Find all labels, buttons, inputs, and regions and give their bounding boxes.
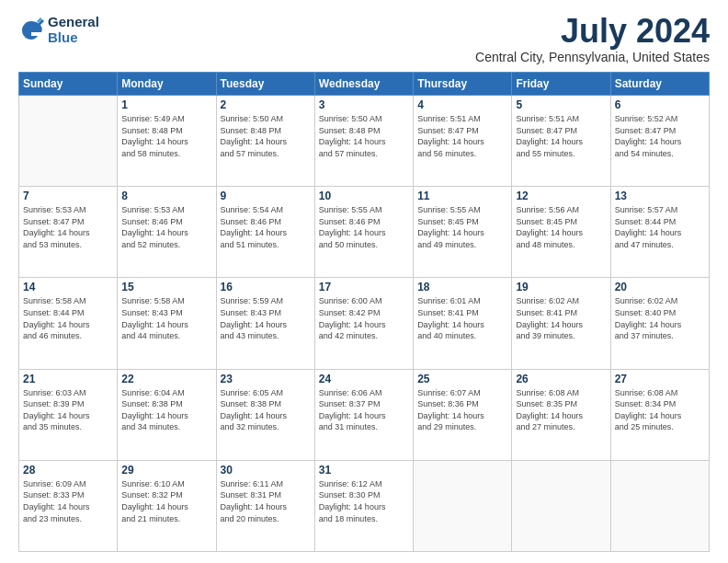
calendar-week-row: 21Sunrise: 6:03 AM Sunset: 8:39 PM Dayli… [19,369,710,460]
title-area: July 2024 Central City, Pennsylvania, Un… [475,15,710,64]
table-row: 31Sunrise: 6:12 AM Sunset: 8:30 PM Dayli… [314,460,413,551]
table-row: 20Sunrise: 6:02 AM Sunset: 8:40 PM Dayli… [610,278,709,369]
day-info: Sunrise: 6:10 AM Sunset: 8:32 PM Dayligh… [121,478,211,524]
table-row: 15Sunrise: 5:58 AM Sunset: 8:43 PM Dayli… [118,278,216,369]
day-number: 2 [221,98,311,111]
day-number: 15 [121,281,211,293]
day-number: 25 [417,373,507,385]
day-info: Sunrise: 5:58 AM Sunset: 8:44 PM Dayligh… [23,295,113,341]
day-number: 20 [615,281,705,293]
month-title: July 2024 [475,15,710,48]
table-row: 7Sunrise: 5:53 AM Sunset: 8:47 PM Daylig… [19,187,118,278]
table-row: 9Sunrise: 5:54 AM Sunset: 8:46 PM Daylig… [216,187,314,278]
day-number: 7 [23,190,113,202]
table-row: 1Sunrise: 5:49 AM Sunset: 8:48 PM Daylig… [118,96,216,187]
col-monday: Monday [118,73,216,96]
col-sunday: Sunday [19,73,118,96]
day-number: 27 [615,373,705,385]
calendar-week-row: 7Sunrise: 5:53 AM Sunset: 8:47 PM Daylig… [19,187,710,278]
day-number: 12 [516,190,606,202]
table-row: 24Sunrise: 6:06 AM Sunset: 8:37 PM Dayli… [314,369,413,460]
col-friday: Friday [512,73,610,96]
day-number: 10 [319,190,409,202]
logo-blue-text: Blue [48,30,99,46]
day-number: 24 [319,373,409,385]
day-number: 18 [417,281,507,293]
table-row: 8Sunrise: 5:53 AM Sunset: 8:46 PM Daylig… [118,187,216,278]
header: General Blue July 2024 Central City, Pen… [18,15,710,64]
day-info: Sunrise: 5:53 AM Sunset: 8:46 PM Dayligh… [121,204,211,250]
table-row: 17Sunrise: 6:00 AM Sunset: 8:42 PM Dayli… [314,278,413,369]
day-number: 26 [516,373,606,385]
table-row: 2Sunrise: 5:50 AM Sunset: 8:48 PM Daylig… [216,96,314,187]
day-info: Sunrise: 6:01 AM Sunset: 8:41 PM Dayligh… [417,295,507,341]
day-info: Sunrise: 6:12 AM Sunset: 8:30 PM Dayligh… [319,478,409,524]
day-info: Sunrise: 6:06 AM Sunset: 8:37 PM Dayligh… [319,387,409,433]
day-info: Sunrise: 6:00 AM Sunset: 8:42 PM Dayligh… [319,295,409,341]
col-saturday: Saturday [610,73,709,96]
day-info: Sunrise: 5:56 AM Sunset: 8:45 PM Dayligh… [516,204,606,250]
day-info: Sunrise: 6:02 AM Sunset: 8:40 PM Dayligh… [615,295,705,341]
day-number: 9 [221,190,311,202]
table-row: 25Sunrise: 6:07 AM Sunset: 8:36 PM Dayli… [414,369,512,460]
table-row: 21Sunrise: 6:03 AM Sunset: 8:39 PM Dayli… [19,369,118,460]
day-info: Sunrise: 6:03 AM Sunset: 8:39 PM Dayligh… [23,387,113,433]
table-row: 30Sunrise: 6:11 AM Sunset: 8:31 PM Dayli… [216,460,314,551]
day-number: 11 [417,190,507,202]
table-row: 16Sunrise: 5:59 AM Sunset: 8:43 PM Dayli… [216,278,314,369]
day-number: 31 [319,464,409,477]
table-row: 19Sunrise: 6:02 AM Sunset: 8:41 PM Dayli… [512,278,610,369]
day-number: 13 [615,190,705,202]
day-number: 8 [121,190,211,202]
day-info: Sunrise: 5:53 AM Sunset: 8:47 PM Dayligh… [23,204,113,250]
day-info: Sunrise: 5:55 AM Sunset: 8:45 PM Dayligh… [417,204,507,250]
day-info: Sunrise: 6:09 AM Sunset: 8:33 PM Dayligh… [23,478,113,524]
table-row: 23Sunrise: 6:05 AM Sunset: 8:38 PM Dayli… [216,369,314,460]
day-info: Sunrise: 5:49 AM Sunset: 8:48 PM Dayligh… [121,113,211,159]
table-row: 4Sunrise: 5:51 AM Sunset: 8:47 PM Daylig… [414,96,512,187]
logo-icon [18,17,44,43]
day-info: Sunrise: 5:55 AM Sunset: 8:46 PM Dayligh… [319,204,409,250]
table-row [512,460,610,551]
day-info: Sunrise: 5:58 AM Sunset: 8:43 PM Dayligh… [121,295,211,341]
day-info: Sunrise: 5:50 AM Sunset: 8:48 PM Dayligh… [221,113,311,159]
calendar-header-row: Sunday Monday Tuesday Wednesday Thursday… [19,73,710,96]
col-thursday: Thursday [414,73,512,96]
day-number: 6 [615,98,705,111]
day-number: 17 [319,281,409,293]
table-row [414,460,512,551]
table-row [610,460,709,551]
calendar-table: Sunday Monday Tuesday Wednesday Thursday… [18,72,710,552]
day-info: Sunrise: 6:04 AM Sunset: 8:38 PM Dayligh… [121,387,211,433]
table-row: 29Sunrise: 6:10 AM Sunset: 8:32 PM Dayli… [118,460,216,551]
day-info: Sunrise: 5:51 AM Sunset: 8:47 PM Dayligh… [516,113,606,159]
table-row: 27Sunrise: 6:08 AM Sunset: 8:34 PM Dayli… [610,369,709,460]
day-number: 22 [121,373,211,385]
day-info: Sunrise: 5:54 AM Sunset: 8:46 PM Dayligh… [221,204,311,250]
day-number: 29 [121,464,211,477]
day-number: 28 [23,464,113,477]
day-number: 30 [221,464,311,477]
day-info: Sunrise: 6:08 AM Sunset: 8:35 PM Dayligh… [516,387,606,433]
day-info: Sunrise: 6:02 AM Sunset: 8:41 PM Dayligh… [516,295,606,341]
table-row [19,96,118,187]
calendar-week-row: 14Sunrise: 5:58 AM Sunset: 8:44 PM Dayli… [19,278,710,369]
table-row: 11Sunrise: 5:55 AM Sunset: 8:45 PM Dayli… [414,187,512,278]
day-info: Sunrise: 5:51 AM Sunset: 8:47 PM Dayligh… [417,113,507,159]
table-row: 22Sunrise: 6:04 AM Sunset: 8:38 PM Dayli… [118,369,216,460]
table-row: 5Sunrise: 5:51 AM Sunset: 8:47 PM Daylig… [512,96,610,187]
day-info: Sunrise: 6:11 AM Sunset: 8:31 PM Dayligh… [221,478,311,524]
table-row: 13Sunrise: 5:57 AM Sunset: 8:44 PM Dayli… [610,187,709,278]
day-info: Sunrise: 6:05 AM Sunset: 8:38 PM Dayligh… [221,387,311,433]
table-row: 28Sunrise: 6:09 AM Sunset: 8:33 PM Dayli… [19,460,118,551]
table-row: 12Sunrise: 5:56 AM Sunset: 8:45 PM Dayli… [512,187,610,278]
table-row: 26Sunrise: 6:08 AM Sunset: 8:35 PM Dayli… [512,369,610,460]
day-number: 19 [516,281,606,293]
col-tuesday: Tuesday [216,73,314,96]
calendar-week-row: 28Sunrise: 6:09 AM Sunset: 8:33 PM Dayli… [19,460,710,551]
table-row: 10Sunrise: 5:55 AM Sunset: 8:46 PM Dayli… [314,187,413,278]
day-number: 14 [23,281,113,293]
table-row: 18Sunrise: 6:01 AM Sunset: 8:41 PM Dayli… [414,278,512,369]
day-info: Sunrise: 6:07 AM Sunset: 8:36 PM Dayligh… [417,387,507,433]
day-info: Sunrise: 6:08 AM Sunset: 8:34 PM Dayligh… [615,387,705,433]
